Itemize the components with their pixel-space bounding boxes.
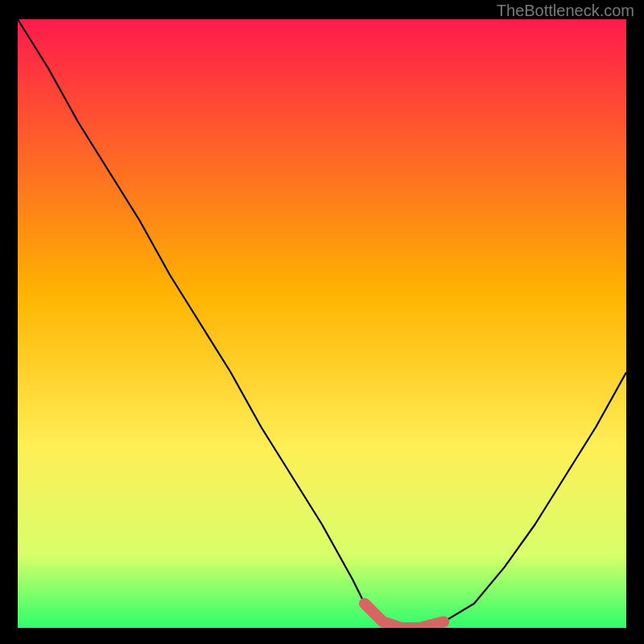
plot-area [18, 19, 626, 628]
watermark-text: TheBottleneck.com [497, 2, 634, 20]
chart-svg [18, 19, 626, 628]
gradient-rect [18, 19, 626, 628]
chart-frame: TheBottleneck.com [0, 0, 644, 644]
